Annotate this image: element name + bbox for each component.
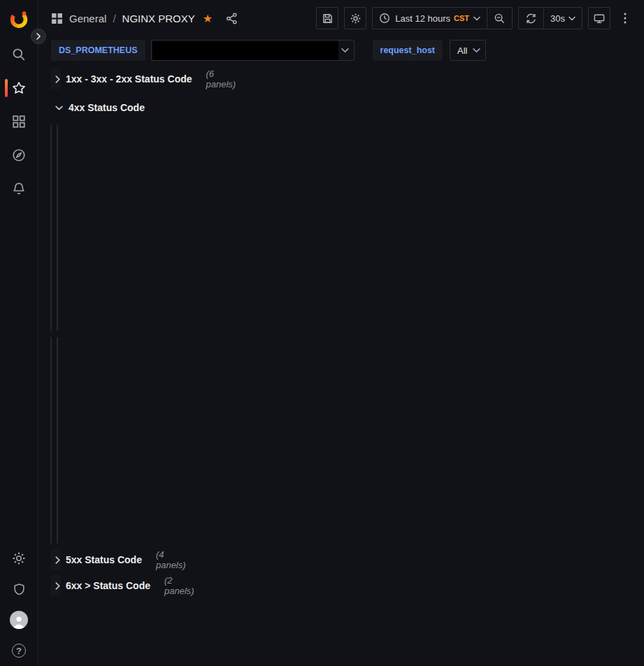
timezone-label: CST: [454, 14, 469, 22]
panel-4xx-by-remote-addr: 4xx by remote addr [All] 00.020.040.060.…: [50, 337, 52, 544]
row-title[interactable]: 1xx - 3xx - 2xx Status Code: [66, 73, 192, 85]
row-header-4xx[interactable]: 4xx Status Code: [50, 97, 61, 118]
row-panel-count: (4 panels): [156, 549, 186, 570]
sidebar-item-configuration[interactable]: [0, 543, 38, 574]
zoom-out-button[interactable]: [487, 8, 512, 29]
chevron-right-icon[interactable]: [55, 582, 60, 590]
row-header-1xx-3xx-2xx[interactable]: 1xx - 3xx - 2xx Status Code (6 panels): [50, 68, 61, 89]
avatar: [10, 611, 28, 629]
row-title[interactable]: 6xx > Status Code: [66, 580, 150, 591]
sidebar-item-dashboards[interactable]: [0, 105, 38, 138]
series-end-marker: [57, 459, 58, 464]
breadcrumb-separator: /: [113, 13, 115, 24]
refresh-interval-picker[interactable]: 30s: [543, 8, 582, 29]
request-host-variable-select[interactable]: All: [450, 40, 486, 61]
refresh-interval-label: 30s: [550, 13, 565, 24]
chevron-right-icon[interactable]: [55, 75, 60, 83]
panel-404-by-uri: 404 by uri [All] 00.0050.010.015 08:0010…: [57, 124, 58, 331]
dashboard-header: General / NGINX PROXY ★: [38, 0, 644, 36]
save-dashboard-button[interactable]: [316, 7, 338, 29]
breadcrumb-dashboard-title[interactable]: NGINX PROXY: [122, 13, 195, 24]
time-controls: Last 12 hours CST: [372, 7, 513, 29]
sidebar-item-starred[interactable]: [0, 71, 38, 105]
sidebar-item-alerting[interactable]: [0, 172, 38, 205]
kebab-menu-icon[interactable]: [616, 7, 634, 29]
row-title[interactable]: 5xx Status Code: [66, 554, 142, 565]
time-range-picker[interactable]: Last 12 hours CST: [373, 8, 487, 29]
breadcrumb-folder[interactable]: General: [69, 13, 106, 24]
sidebar-expand-button[interactable]: [31, 29, 46, 44]
dashboard-canvas: 1xx - 3xx - 2xx Status Code (6 panels) 4…: [38, 64, 61, 67]
row-title[interactable]: 4xx Status Code: [69, 102, 145, 113]
sidebar-item-explore[interactable]: [0, 138, 38, 172]
apps-icon: [51, 13, 63, 24]
request-host-variable-label[interactable]: request_host: [373, 40, 443, 61]
refresh-button[interactable]: [519, 8, 543, 29]
row-header-6xx[interactable]: 6xx > Status Code (2 panels): [50, 575, 61, 596]
share-icon[interactable]: [226, 13, 238, 24]
chevron-right-icon[interactable]: [55, 556, 60, 564]
sidebar-item-server-admin[interactable]: [0, 574, 38, 605]
refresh-controls: 30s: [518, 7, 582, 29]
datasource-variable-select[interactable]: [151, 40, 355, 61]
row-panel-count: (6 panels): [206, 68, 236, 89]
chevron-down-icon: [341, 48, 349, 53]
favorite-star-icon[interactable]: ★: [203, 12, 213, 25]
row-panel-count: (2 panels): [164, 575, 194, 596]
request-host-value: All: [457, 45, 467, 56]
tv-mode-button[interactable]: [588, 7, 610, 29]
user-avatar[interactable]: [0, 605, 38, 635]
time-range-label: Last 12 hours: [395, 13, 450, 24]
sidebar: ?: [0, 0, 38, 666]
toolbar-actions: Last 12 hours CST: [316, 7, 634, 29]
breadcrumb: General / NGINX PROXY ★: [51, 12, 238, 25]
variables-bar: DS_PROMETHEUS request_host All: [38, 36, 644, 64]
datasource-value-redacted: [152, 41, 338, 60]
help-icon[interactable]: ?: [0, 635, 38, 666]
panel-4xx-by-uri: 4xx by uri [All] 00.050.1 08:0010:0012:0…: [57, 337, 58, 544]
series-end-marker: [57, 247, 58, 252]
chevron-down-icon: [473, 48, 480, 53]
row-header-5xx[interactable]: 5xx Status Code (4 panels): [50, 549, 61, 570]
dashboard-settings-button[interactable]: [344, 7, 366, 29]
chevron-down-icon[interactable]: [55, 106, 63, 110]
search-icon[interactable]: [0, 38, 38, 71]
series-end-marker: [57, 452, 58, 457]
datasource-variable-label[interactable]: DS_PROMETHEUS: [51, 40, 145, 61]
panel-404-by-remote-addr: 404 by remote addr [All] 00.0050.010.015…: [50, 124, 52, 331]
